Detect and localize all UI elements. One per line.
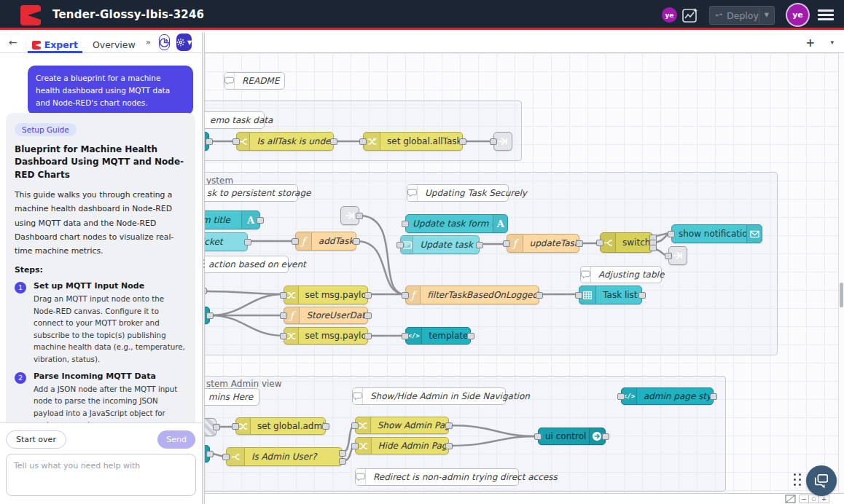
port-in[interactable]	[232, 423, 239, 430]
port-in[interactable]	[596, 240, 603, 246]
node-ui-control[interactable]: ui control	[538, 428, 606, 445]
port-out[interactable]	[576, 240, 583, 247]
port-out[interactable]	[322, 423, 329, 430]
port-in[interactable]	[351, 422, 359, 429]
port-in[interactable]	[617, 393, 625, 400]
node-task-list[interactable]: Task list	[579, 286, 642, 304]
port-out[interactable]	[467, 333, 474, 339]
port-out[interactable]	[459, 138, 466, 145]
start-over-button[interactable]: Start over	[6, 430, 66, 449]
more-tabs-chevrons[interactable]: »	[146, 37, 150, 47]
comment-persist-storage[interactable]: sk to persistent storage	[205, 184, 298, 202]
comment-demo-task-data[interactable]: emo task data	[205, 111, 265, 129]
port-in[interactable]	[396, 242, 404, 248]
port-in[interactable]	[575, 292, 582, 299]
port-in[interactable]	[351, 443, 359, 449]
port-in[interactable]	[222, 454, 230, 460]
node-change-set-payload-1[interactable]: set msg.payload	[284, 286, 368, 304]
port-out[interactable]	[364, 333, 372, 339]
port-out[interactable]	[206, 451, 214, 457]
main-menu-icon[interactable]	[818, 9, 834, 23]
port-out[interactable]	[364, 312, 372, 319]
port-out[interactable]	[638, 292, 646, 299]
node-change-set-payload-2[interactable]: set msg.payload	[284, 327, 368, 344]
port-in[interactable]	[402, 221, 409, 227]
port-in[interactable]	[402, 333, 409, 339]
port-out[interactable]	[364, 292, 372, 299]
port-in[interactable]	[402, 292, 409, 299]
comment-admins-here[interactable]: mins Here	[205, 388, 259, 406]
node-link-out[interactable]	[340, 206, 359, 225]
comment-updating-task[interactable]: Updating Task Securely	[407, 184, 509, 202]
flow-canvas[interactable]: ystem stem Admin view README emo task da…	[205, 53, 838, 493]
node-link-out[interactable]	[668, 246, 687, 265]
comment-adjusting-table[interactable]: Adjusting table	[580, 266, 662, 283]
port-in[interactable]	[280, 333, 287, 339]
port-out[interactable]	[206, 312, 214, 319]
node-link-stub[interactable]	[205, 132, 209, 151]
node-hidden-stub[interactable]	[205, 418, 216, 436]
node-switch[interactable]: switch	[600, 232, 653, 253]
tab-overview[interactable]: Overview	[93, 32, 136, 53]
node-change-hide-admin[interactable]: Hide Admin Page	[355, 437, 449, 454]
node-update-form[interactable]: Update task form	[400, 235, 480, 254]
add-flow-button[interactable]: +	[805, 36, 815, 50]
node-function-addtask[interactable]: ƒ addTask	[295, 232, 356, 251]
comment-redirect[interactable]: Redirect is non-admin trying direct acce…	[355, 468, 519, 486]
port-out[interactable]	[213, 424, 220, 430]
settings-dropdown-button[interactable]: ▼	[176, 34, 192, 51]
avatar-small[interactable]: ye	[662, 7, 677, 23]
port-out[interactable]	[244, 239, 251, 245]
flow-list-button[interactable]: ▾	[830, 39, 834, 46]
node-switch-is-alltask[interactable]: Is allTask is undefined	[236, 132, 334, 151]
chat-scroll-area[interactable]: Create a blueprint for a machine health …	[0, 53, 202, 422]
node-ticket-fragment[interactable]: icket	[205, 232, 248, 251]
port-out[interactable]	[710, 393, 717, 400]
port-out[interactable]	[330, 138, 337, 145]
navigator-icon[interactable]	[785, 495, 796, 503]
deploy-button[interactable]: Deploy ▼	[709, 6, 775, 25]
port-out[interactable]	[356, 213, 363, 219]
port-in[interactable]	[233, 138, 240, 145]
node-function-filtertask[interactable]: ƒ filterTaskBasedOnLoggedUser	[405, 286, 539, 304]
comment-action-event[interactable]: action based on event	[205, 256, 289, 273]
port-out[interactable]	[445, 422, 453, 429]
node-form-title-fragment[interactable]: m title A	[205, 210, 260, 229]
port-out[interactable]	[602, 433, 609, 440]
port-out[interactable]	[445, 443, 453, 449]
node-link-stub[interactable]	[205, 307, 210, 324]
zoom-out-button[interactable]: −	[799, 495, 809, 503]
zoom-reset-button[interactable]: ○	[809, 495, 819, 503]
port-in[interactable]	[534, 433, 542, 440]
port-out[interactable]	[206, 138, 213, 145]
port-out[interactable]	[536, 292, 543, 299]
node-function-updatetask[interactable]: ƒ updateTask	[507, 234, 579, 253]
help-input[interactable]	[6, 454, 196, 496]
node-function-storeuserdata[interactable]: ƒ StoreUserData	[284, 307, 368, 324]
node-link-out[interactable]	[493, 132, 512, 151]
node-change-show-admin[interactable]: Show Admin Page	[355, 417, 449, 434]
chat-fab-button[interactable]	[806, 465, 837, 496]
port-out[interactable]	[339, 450, 346, 457]
comment-show-hide-admin[interactable]: Show/Hide Admin in Side Navigation	[352, 387, 506, 405]
node-change-set-alltask[interactable]: set global.allTask	[363, 132, 463, 151]
node-link-stub[interactable]	[205, 445, 210, 462]
avatar-user[interactable]: ye	[787, 4, 808, 25]
send-button[interactable]: Send	[157, 430, 195, 449]
node-admin-page-style[interactable]: </> admin page style	[621, 387, 714, 405]
port-edge[interactable]	[205, 288, 207, 294]
port-in[interactable]	[359, 138, 367, 145]
node-update-form-title[interactable]: Update task form title A	[405, 214, 508, 233]
port-in[interactable]	[490, 138, 497, 145]
chart-panel-button[interactable]	[159, 34, 170, 50]
port-out[interactable]	[257, 217, 264, 224]
canvas-vscrollbar[interactable]	[838, 53, 844, 493]
node-template[interactable]: </> template	[405, 327, 471, 344]
node-change-set-admins[interactable]: set global.admins	[235, 417, 326, 435]
node-show-notification[interactable]: show notification	[671, 224, 762, 243]
port-in[interactable]	[280, 292, 287, 299]
comment-readme[interactable]: README	[224, 72, 285, 90]
port-in[interactable]	[668, 231, 675, 237]
port-in[interactable]	[292, 238, 299, 245]
back-arrow-icon[interactable]: ←	[9, 36, 17, 48]
